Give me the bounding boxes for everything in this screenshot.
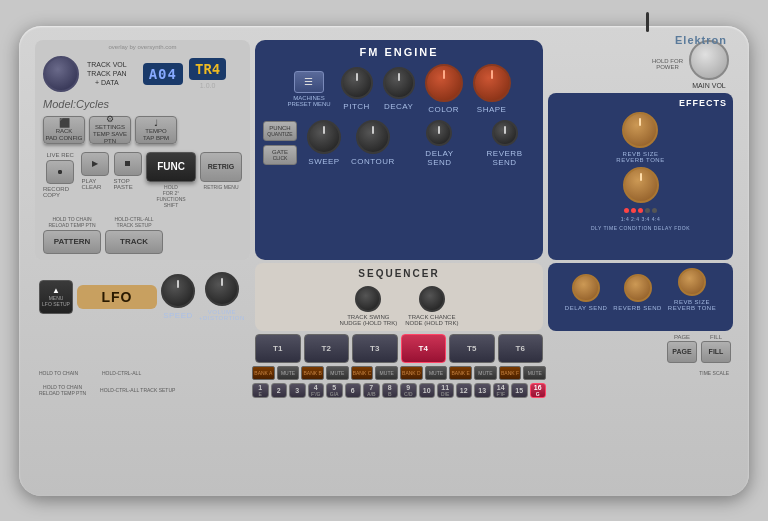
track-chance-group: TRACK CHANCENODE (HOLD TRK) — [405, 286, 458, 326]
track-button[interactable]: TRACK — [105, 230, 163, 254]
page-fill-section: PAGE PAGE FILL FILL — [548, 334, 733, 363]
decay-knob[interactable] — [383, 67, 415, 99]
pad-config-button[interactable]: ⬛ RACK PAD CONFIG — [43, 116, 85, 144]
track-setup-label: HOLD-CTRL-ALL TRACK SETUP — [100, 387, 175, 393]
step-btn-14[interactable]: 14F'/F — [493, 383, 510, 398]
delay-send-knob[interactable] — [426, 120, 452, 146]
retrig-sub-label: RETRIG MENU — [204, 184, 239, 190]
mute-btn-4[interactable]: MUTE — [425, 366, 448, 380]
row-1: overlay by oversynth.com TRACK VOL TRACK… — [35, 40, 733, 260]
step-btn-9[interactable]: 9C/D — [400, 383, 417, 398]
bank-d-label: BANK D — [400, 366, 423, 380]
delay-send-label: DELAY SEND — [413, 149, 466, 167]
reverb-send-label: REVERB SEND — [474, 149, 535, 167]
revb-size-knob[interactable] — [622, 112, 658, 148]
row-2: ▲ MENU LFO SETUP LFO SPEED VOLUME +DISTO… — [35, 263, 733, 331]
retrig-button[interactable]: RETRIG — [200, 152, 242, 182]
pattern-button[interactable]: PATTERN — [43, 230, 101, 254]
step-btn-13[interactable]: 13 — [474, 383, 491, 398]
play-icon: ▶ — [92, 159, 98, 168]
step-btn-7[interactable]: 7A/B — [363, 383, 380, 398]
play-button[interactable]: ▶ — [81, 152, 109, 176]
overlay-label: overlay by oversynth.com — [39, 44, 246, 50]
step-btn-6[interactable]: 6 — [345, 383, 362, 398]
vol-distortion-knob[interactable] — [205, 272, 239, 306]
step-btn-2[interactable]: 2 — [271, 383, 288, 398]
pad-config-label: RACK PAD CONFIG — [46, 128, 83, 142]
revb-size-right-label: REVB SIZEREVERB TONE — [668, 299, 716, 311]
left-buttons-row-1: ⬛ RACK PAD CONFIG ⚙ SETTINGS TEMP SAVE P… — [39, 114, 246, 146]
reverb-send-knob[interactable] — [492, 120, 518, 146]
track-swing-label: TRACK SWINGNUDGE (HOLD TRK) — [340, 314, 398, 326]
retrig-label: RETRIG — [208, 163, 234, 170]
lfo-title: LFO — [102, 289, 133, 305]
stop-button[interactable]: ⏹ — [114, 152, 142, 176]
play-label: PLAY CLEAR — [81, 178, 109, 190]
contour-knob[interactable] — [356, 120, 390, 154]
mute-btn-2[interactable]: MUTE — [326, 366, 349, 380]
right-section: HOLD FOR POWER MAIN VOL EFFECTS REVB SIZ… — [548, 40, 733, 260]
page-button[interactable]: PAGE — [667, 341, 697, 363]
step-left-labels: HOLD TO CHAIN RELOAD TEMP PTN HOLD-CTRL-… — [35, 383, 250, 398]
mute-btn-3[interactable]: MUTE — [375, 366, 398, 380]
mute-btn-6[interactable]: MUTE — [523, 366, 546, 380]
track-btn-t4[interactable]: T4 — [401, 334, 447, 363]
track-btn-t6[interactable]: T6 — [498, 334, 544, 363]
rec-icon: ⏺ — [57, 169, 63, 175]
pitch-knob[interactable] — [341, 67, 373, 99]
shape-knob[interactable] — [473, 64, 511, 102]
step-btn-11[interactable]: 11D/E — [437, 383, 454, 398]
bank-e-label: BANK E — [449, 366, 472, 380]
machines-button[interactable]: ☰ MACHINES PRESET MENU — [287, 71, 330, 107]
bank-f-label: BANK F — [499, 366, 522, 380]
fill-button[interactable]: FILL — [701, 341, 731, 363]
record-button[interactable]: ⏺ — [46, 160, 74, 184]
track-btn-t3[interactable]: T3 — [352, 334, 398, 363]
track-btn-t1[interactable]: T1 — [255, 334, 301, 363]
track-vol-knob[interactable] — [43, 56, 79, 92]
color-knob[interactable] — [425, 64, 463, 102]
step-btn-15[interactable]: 15 — [511, 383, 528, 398]
left-panel: overlay by oversynth.com TRACK VOL TRACK… — [35, 40, 250, 260]
func-button[interactable]: FUNC — [146, 152, 196, 182]
reverb-send-right-knob[interactable] — [624, 274, 652, 302]
track-chance-knob[interactable] — [419, 286, 445, 312]
step-btn-12[interactable]: 12 — [456, 383, 473, 398]
lfo-speed-knob[interactable] — [161, 274, 195, 308]
dly-time-knob[interactable] — [623, 167, 659, 203]
step-btn-5[interactable]: 5G/A — [326, 383, 343, 398]
settings-button[interactable]: ⚙ SETTINGS TEMP SAVE PTN — [89, 116, 131, 144]
lfo-menu-button[interactable]: ▲ MENU LFO SETUP — [39, 280, 73, 314]
sweep-knob[interactable] — [307, 120, 341, 154]
step-btn-10[interactable]: 10 — [419, 383, 436, 398]
gate-button[interactable]: GATECLICK — [263, 145, 297, 165]
shape-knob-group: SHAPE — [473, 64, 511, 114]
tempo-button[interactable]: ♩ TEMPO TAP BPM — [135, 116, 177, 144]
row-5: HOLD TO CHAIN RELOAD TEMP PTN HOLD-CTRL-… — [35, 383, 733, 398]
effects-panel: EFFECTS REVB SIZEREVERB TONE — [548, 93, 733, 260]
track-swing-knob[interactable] — [355, 286, 381, 312]
track-chance-label: TRACK CHANCENODE (HOLD TRK) — [405, 314, 458, 326]
step-btn-8[interactable]: 8B — [382, 383, 399, 398]
mute-buttons-row: BANK A MUTE BANK B MUTE BANK C MUTE BANK… — [252, 366, 546, 380]
mute-btn-5[interactable]: MUTE — [474, 366, 497, 380]
dot-2 — [631, 208, 636, 213]
delay-send-right-knob[interactable] — [572, 274, 600, 302]
step-btn-16[interactable]: 16G — [530, 383, 547, 398]
func-sub-label: HOLD FOR 2° FUNCTIONS SHIFT — [156, 184, 185, 208]
model-cycles-label: Model:Cycles — [39, 98, 246, 110]
step-btn-4[interactable]: 4F'/G — [308, 383, 325, 398]
revb-size-right-knob[interactable] — [678, 268, 706, 296]
track-swing-group: TRACK SWINGNUDGE (HOLD TRK) — [340, 286, 398, 326]
mute-btn-1[interactable]: MUTE — [277, 366, 300, 380]
dot-1 — [624, 208, 629, 213]
step-btn-1[interactable]: 1E — [252, 383, 269, 398]
track-btn-t2[interactable]: T2 — [304, 334, 350, 363]
step-btn-3[interactable]: 3 — [289, 383, 306, 398]
main-vol-knob[interactable] — [689, 40, 729, 80]
time-scale-label: TIME SCALE — [548, 370, 733, 376]
punch-button[interactable]: PUNCHQUANTIZE — [263, 121, 297, 141]
mid-left-section: ▲ MENU LFO SETUP LFO SPEED VOLUME +DISTO… — [35, 263, 250, 331]
track-btn-t5[interactable]: T5 — [449, 334, 495, 363]
main-vol-label: MAIN VOL — [692, 82, 725, 89]
